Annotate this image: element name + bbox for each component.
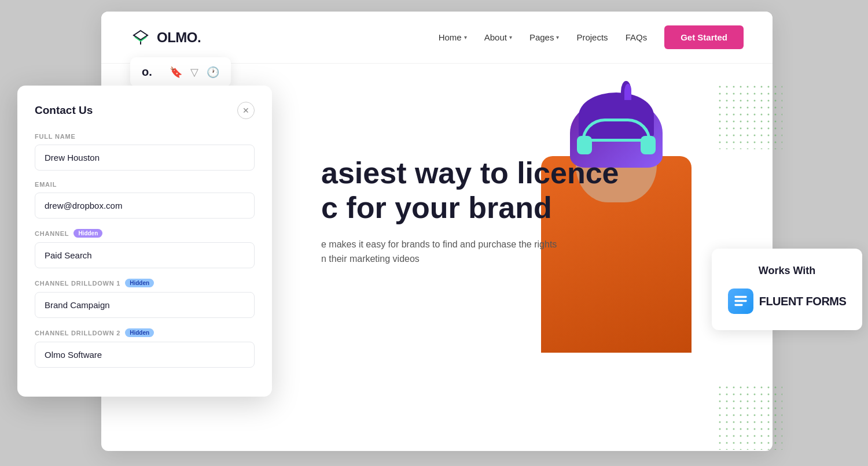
contact-modal: Contact Us ✕ FULL NAME EMAIL CHANNEL Hid… [17, 86, 272, 397]
hero-heading: asiest way to licence c for your brand [321, 156, 619, 225]
nav-pages[interactable]: Pages ▾ [529, 32, 560, 42]
dot-pattern-top-right [719, 86, 782, 149]
nav-home[interactable]: Home ▾ [439, 32, 467, 42]
email-label: EMAIL [35, 181, 255, 188]
email-field-group: EMAIL [35, 181, 255, 219]
full-name-input[interactable] [35, 145, 255, 171]
works-with-title: Works With [726, 265, 848, 277]
home-chevron: ▾ [464, 34, 467, 40]
channel-drilldown-2-label: CHANNEL DRILLDOWN 2 Hidden [35, 328, 255, 337]
svg-rect-3 [719, 386, 782, 450]
modal-close-button[interactable]: ✕ [237, 102, 255, 119]
hero-subtext: e makes it easy for brands to find and p… [321, 237, 619, 267]
channel-drilldown-2-hidden-badge: Hidden [125, 328, 154, 337]
svg-rect-6 [734, 304, 742, 306]
fluent-forms-text: FLUENT FORMS [759, 295, 847, 308]
channel-drilldown-2-input[interactable] [35, 342, 255, 368]
logo-icon [130, 27, 151, 48]
logo: OLMO. [130, 27, 201, 48]
svg-rect-1 [719, 86, 782, 149]
fluent-forms-svg [733, 293, 749, 309]
channel-label: CHANNEL Hidden [35, 229, 255, 238]
modal-title: Contact Us [35, 104, 93, 117]
svg-rect-4 [734, 296, 746, 298]
dot-pattern-bottom-right [719, 386, 782, 450]
channel-hidden-badge: Hidden [73, 229, 102, 238]
pages-chevron: ▾ [556, 34, 559, 40]
channel-input[interactable] [35, 242, 255, 268]
nav-about[interactable]: About ▾ [484, 32, 512, 42]
channel-drilldown-2-field-group: CHANNEL DRILLDOWN 2 Hidden [35, 328, 255, 368]
svg-rect-5 [734, 300, 746, 302]
nav-links: Home ▾ About ▾ Pages ▾ Projects FAQs Get… [439, 25, 744, 49]
modal-header: Contact Us ✕ [35, 102, 255, 119]
fluent-forms-icon [728, 289, 753, 314]
channel-field-group: CHANNEL Hidden [35, 229, 255, 268]
get-started-button[interactable]: Get Started [664, 25, 744, 49]
clock-icon: 🕐 [207, 66, 219, 79]
navbar: OLMO. Home ▾ About ▾ Pages ▾ Projects FA… [101, 12, 773, 64]
full-name-field-group: FULL NAME [35, 133, 255, 171]
channel-drilldown-1-input[interactable] [35, 292, 255, 318]
filter-icon: ▽ [190, 66, 198, 79]
nav-faqs[interactable]: FAQs [626, 32, 648, 42]
about-chevron: ▾ [509, 34, 512, 40]
small-ui-card: o. 🔖 ▽ 🕐 [130, 57, 231, 87]
hero-text-block: asiest way to licence c for your brand e… [321, 156, 619, 267]
full-name-label: FULL NAME [35, 133, 255, 140]
channel-drilldown-1-label: CHANNEL DRILLDOWN 1 Hidden [35, 279, 255, 287]
nav-projects[interactable]: Projects [576, 32, 608, 42]
channel-drilldown-1-field-group: CHANNEL DRILLDOWN 1 Hidden [35, 279, 255, 318]
fluent-forms-logo: FLUENT FORMS [726, 289, 848, 314]
logo-text: OLMO. [157, 29, 201, 46]
channel-drilldown-1-hidden-badge: Hidden [125, 279, 154, 287]
email-input[interactable] [35, 193, 255, 219]
small-ui-icons: 🔖 ▽ 🕐 [170, 66, 219, 79]
small-ui-text: o. [142, 65, 152, 79]
bookmark-icon: 🔖 [170, 66, 182, 79]
works-with-card: Works With FLUENT FORMS [712, 249, 862, 330]
